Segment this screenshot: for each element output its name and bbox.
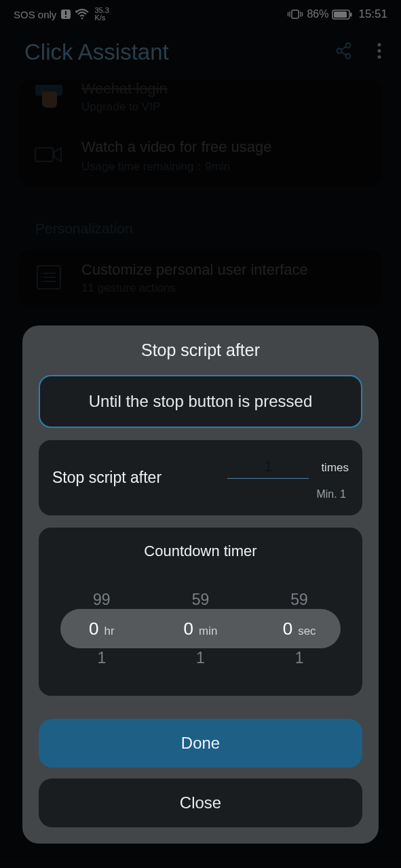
times-input[interactable] xyxy=(227,455,309,479)
hr-value: 0 xyxy=(89,618,98,639)
dialog-overlay: Stop script after Until the stop button … xyxy=(0,0,401,868)
close-button[interactable]: Close xyxy=(39,778,362,827)
min-unit: min xyxy=(199,625,217,638)
time-picker[interactable]: 99 0hr 1 59 0min 1 59 0sec 1 xyxy=(52,571,349,686)
hr-above: 99 xyxy=(93,591,111,609)
min-below: 1 xyxy=(196,649,205,667)
hr-unit: hr xyxy=(104,625,114,638)
option-label: Until the stop button is pressed xyxy=(89,392,313,411)
sec-unit: sec xyxy=(298,625,316,638)
sec-below: 1 xyxy=(295,649,304,667)
option-countdown[interactable]: Countdown timer 99 0hr 1 59 0min 1 59 0s… xyxy=(39,528,362,696)
hr-below: 1 xyxy=(97,649,106,667)
min-hint: Min. 1 xyxy=(316,488,346,500)
countdown-title: Countdown timer xyxy=(52,542,349,560)
sec-value: 0 xyxy=(283,618,292,639)
stop-script-dialog: Stop script after Until the stop button … xyxy=(22,326,379,844)
times-unit: times xyxy=(321,461,349,475)
done-button[interactable]: Done xyxy=(39,719,362,768)
dialog-title: Stop script after xyxy=(39,340,362,360)
sec-above: 59 xyxy=(290,591,308,609)
option-stop-after-times[interactable]: Stop script after times Min. 1 xyxy=(39,440,362,515)
stop-after-label: Stop script after xyxy=(52,469,161,487)
option-until-stop[interactable]: Until the stop button is pressed xyxy=(39,375,362,428)
min-above: 59 xyxy=(192,591,210,609)
min-value: 0 xyxy=(184,618,193,639)
